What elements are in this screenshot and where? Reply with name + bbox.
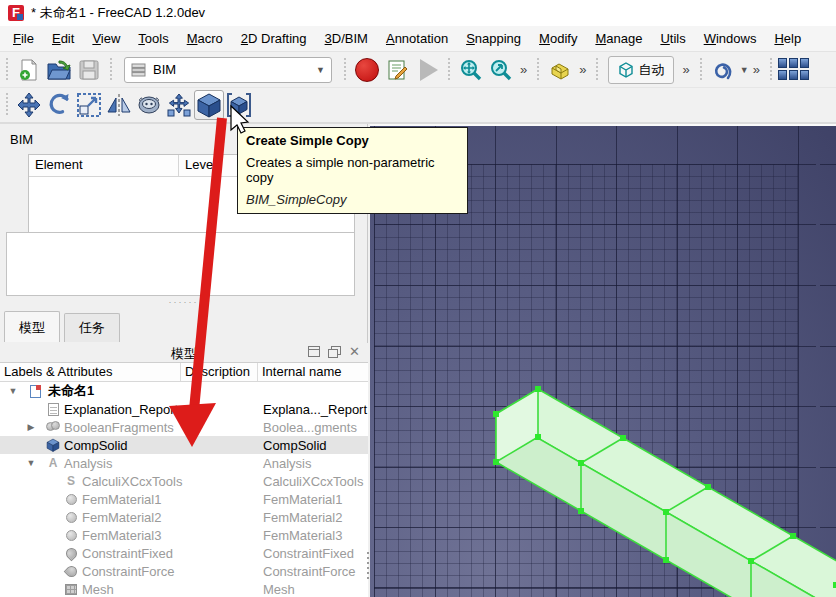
draw-style-button[interactable]: 自动 <box>608 56 674 84</box>
array-button[interactable] <box>164 90 194 120</box>
tree-row-explanation-report[interactable]: Explanation_Report Explana..._Report <box>0 400 368 418</box>
toolbar-overflow-button[interactable]: » <box>749 62 764 77</box>
menu-manage[interactable]: Manage <box>586 28 651 49</box>
macro-edit-button[interactable] <box>382 55 412 85</box>
toolbar-overflow-button[interactable]: » <box>516 62 531 77</box>
mirror-icon <box>106 92 132 118</box>
tree-row-analysis[interactable]: ▼ A Analysis Analysis <box>0 454 368 472</box>
toolbar-grip[interactable] <box>446 58 452 82</box>
tab-tasks[interactable]: 任务 <box>64 313 120 342</box>
tooltip-description: Creates a simple non-parametric copy <box>246 155 459 185</box>
menu-utils[interactable]: Utils <box>651 28 694 49</box>
toolbar-grip[interactable] <box>4 93 10 117</box>
draw-style-cube-icon <box>618 62 634 78</box>
toolbar-grip[interactable] <box>342 58 348 82</box>
menu-2d-drafting[interactable]: 2D Drafting <box>232 28 316 49</box>
toolbar-overflow-button[interactable]: » <box>678 62 693 77</box>
model-tree: Labels & Attributes Description Internal… <box>0 362 368 597</box>
dock-collapse-icon[interactable] <box>308 346 320 358</box>
menu-annotation[interactable]: Annotation <box>377 28 457 49</box>
tree-col-description[interactable]: Description <box>181 363 258 381</box>
menu-snapping[interactable]: Snapping <box>457 28 530 49</box>
toolbar-overflow-button[interactable]: » <box>575 62 590 77</box>
window-title: * 未命名1 - FreeCAD 1.2.0dev <box>31 4 205 22</box>
compsolid-cube-icon <box>46 438 60 452</box>
tree-row-femmaterial1[interactable]: FemMaterial1 FemMaterial1 <box>0 490 368 508</box>
save-icon <box>78 59 100 81</box>
axonometric-view-button[interactable] <box>545 55 575 85</box>
tree-row-compsolid[interactable]: CompSolid CompSolid <box>0 436 368 454</box>
compound-button[interactable] <box>224 90 254 120</box>
splitter-handle[interactable]: ······ <box>0 297 367 307</box>
simple-copy-button[interactable] <box>194 90 224 120</box>
material-icon <box>64 492 78 506</box>
tree-row-calculix[interactable]: S CalculiXCcxTools CalculiXCcxTools <box>0 472 368 490</box>
open-document-button[interactable] <box>44 55 74 85</box>
mesh-icon <box>64 582 78 596</box>
mirror-button[interactable] <box>104 90 134 120</box>
menu-macro[interactable]: Macro <box>178 28 232 49</box>
expander-closed-icon[interactable]: ▶ <box>26 422 36 432</box>
menu-bar: File Edit View Tools Macro 2D Drafting 3… <box>0 26 836 52</box>
open-folder-icon <box>47 59 71 81</box>
macro-record-button[interactable] <box>352 55 382 85</box>
panel-tabs: 模型 任务 <box>0 312 120 342</box>
toolbar-grip[interactable] <box>535 58 541 82</box>
undo-icon <box>712 59 734 81</box>
scale-button[interactable] <box>74 90 104 120</box>
tree-row-document[interactable]: ▼ 未命名1 <box>0 382 368 400</box>
workbench-selector-value: BIM <box>147 62 316 77</box>
rotate-icon <box>46 92 72 118</box>
tree-row-femmaterial3[interactable]: FemMaterial3 FemMaterial3 <box>0 526 368 544</box>
tree-row-constraintforce[interactable]: ConstraintForce ConstraintForce <box>0 562 368 580</box>
macro-play-button[interactable] <box>412 55 442 85</box>
expander-open-icon[interactable]: ▼ <box>26 458 36 468</box>
scale-icon <box>76 92 102 118</box>
tree-col-internal[interactable]: Internal name <box>258 363 368 381</box>
toolbar-grip[interactable] <box>594 58 600 82</box>
menu-edit[interactable]: Edit <box>43 28 83 49</box>
new-document-button[interactable] <box>14 55 44 85</box>
menu-help[interactable]: Help <box>765 28 810 49</box>
material-icon <box>64 510 78 524</box>
toolbar-grip[interactable] <box>108 58 114 82</box>
toolbar-grip[interactable] <box>768 58 774 82</box>
undo-dropdown-caret-icon[interactable]: ▼ <box>740 65 749 75</box>
undo-button[interactable] <box>708 55 738 85</box>
bim-col-element[interactable]: Element <box>29 155 179 176</box>
rotate-button[interactable] <box>44 90 74 120</box>
tree-col-labels[interactable]: Labels & Attributes <box>0 363 181 381</box>
save-button[interactable] <box>74 55 104 85</box>
clone-button[interactable] <box>134 90 164 120</box>
menu-file[interactable]: File <box>4 28 43 49</box>
document-icon <box>28 384 42 398</box>
bim-info-box[interactable] <box>6 232 355 296</box>
move-button[interactable] <box>14 90 44 120</box>
menu-3d-bim[interactable]: 3D/BIM <box>316 28 377 49</box>
toolbar-grip[interactable] <box>698 58 704 82</box>
title-bar: * 未命名1 - FreeCAD 1.2.0dev <box>0 0 836 26</box>
menu-tools[interactable]: Tools <box>129 28 177 49</box>
toolbar-grip[interactable] <box>4 58 10 82</box>
draw-style-value: 自动 <box>638 61 664 79</box>
panel-splitter[interactable] <box>365 552 371 582</box>
fit-all-button[interactable] <box>456 55 486 85</box>
tree-row-mesh[interactable]: Mesh Mesh <box>0 580 368 597</box>
workbench-selector[interactable]: BIM ▼ <box>124 57 332 83</box>
expander-open-icon[interactable]: ▼ <box>8 386 18 396</box>
tree-row-booleanfragments[interactable]: ▶ BooleanFragments Boolea...gments <box>0 418 368 436</box>
zoom-selection-button[interactable] <box>486 55 516 85</box>
menu-windows[interactable]: Windows <box>695 28 766 49</box>
tooltip-title: Create Simple Copy <box>246 133 459 148</box>
bim-col-level[interactable]: Level <box>179 155 222 176</box>
isometric-view-icon <box>548 59 572 81</box>
tab-model[interactable]: 模型 <box>4 311 60 342</box>
dock-float-icon[interactable] <box>328 346 341 358</box>
bim-panel-title: BIM <box>10 132 33 147</box>
menu-modify[interactable]: Modify <box>530 28 586 49</box>
windows-tiles-icon[interactable] <box>778 58 812 82</box>
tree-row-constraintfixed[interactable]: ConstraintFixed ConstraintFixed <box>0 544 368 562</box>
menu-view[interactable]: View <box>83 28 129 49</box>
dock-close-icon[interactable]: ✕ <box>349 346 360 358</box>
tree-row-femmaterial2[interactable]: FemMaterial2 FemMaterial2 <box>0 508 368 526</box>
